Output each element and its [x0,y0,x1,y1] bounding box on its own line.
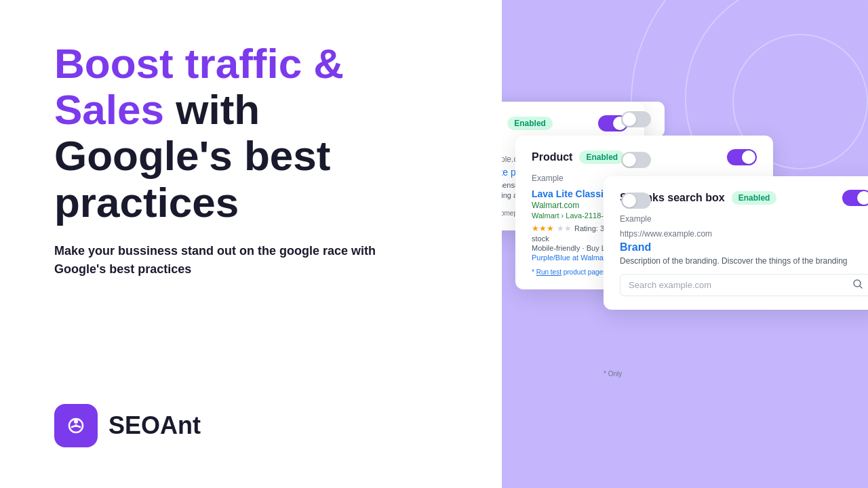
breadcrumb-badge: Enabled [507,117,553,130]
hero-title-sales: Sales [54,86,164,133]
run-test-link[interactable]: Run test [536,268,561,276]
cards-container: Breadcrumb Enabled Example https://www.e… [502,102,868,224]
search-icon [852,279,863,291]
svg-point-4 [75,424,77,427]
blog-toggle-knob [623,194,636,207]
logo-icon [54,404,98,447]
article-toggle[interactable] [621,111,651,127]
hero-section: Boost traffic & Sales with Google's best… [54,41,448,404]
svg-point-1 [74,420,78,424]
sitelinks-card-header: Sitelinks search box Enabled [620,190,868,206]
sitelinks-desc: Description of the branding. Discover th… [620,256,868,266]
product-note-text: product pages. [561,268,608,276]
article-toggle-knob [623,113,636,126]
only-note: * Only [604,370,622,378]
hero-title-with: with [164,86,260,133]
product-title: Product [532,151,572,163]
product-toggle[interactable] [727,149,757,165]
breadcrumb-card-header: Breadcrumb Enabled [502,115,628,131]
sitelinks-badge: Enabled [732,191,777,205]
stars-filled: ★★★ [532,224,554,233]
left-panel: Boost traffic & Sales with Google's best… [0,0,502,488]
hero-title-google: Google's best [54,132,330,179]
breadcrumb-title-group: Breadcrumb Enabled [502,117,553,130]
search-placeholder-text: Search example.com [629,280,847,290]
collection-toggle[interactable] [621,152,651,168]
logo-text: SEOAnt [108,411,201,440]
sitelinks-brand: Brand [620,241,868,253]
hero-title-practices: practices [54,179,239,226]
svg-line-6 [860,286,862,288]
hero-title: Boost traffic & Sales with Google's best… [54,41,448,226]
logo-area: SEOAnt [54,404,448,447]
blog-toggle[interactable] [621,192,651,209]
sitelinks-toggle[interactable] [842,190,868,206]
hero-subtitle: Make your bussiness stand out on the goo… [54,242,380,279]
right-panel: Breadcrumb Enabled Example https://www.e… [502,0,868,488]
product-title-group: Product Enabled [532,150,625,164]
stars-empty: ★★ [557,224,572,233]
sitelinks-url: https://www.example.com [620,229,868,239]
sitelinks-example-label: Example [620,214,868,224]
sitelinks-search-box[interactable]: Search example.com [620,274,868,296]
product-badge: Enabled [579,150,625,164]
sitelinks-toggle-knob [857,191,868,205]
hero-title-boost: Boost traffic & [54,40,344,87]
collection-toggle-knob [623,153,636,167]
product-toggle-knob [742,150,755,164]
